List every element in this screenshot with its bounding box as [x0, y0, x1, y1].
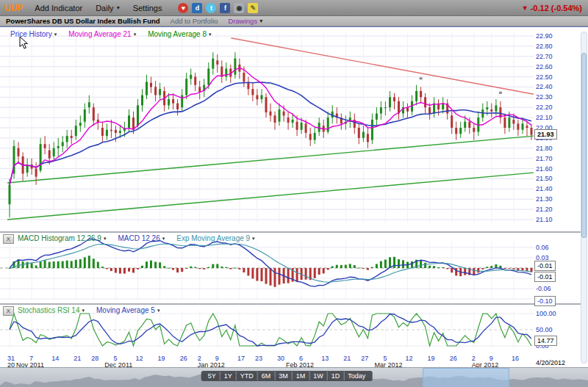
range-1w-button[interactable]: 1W [309, 372, 328, 380]
heart-icon[interactable]: ♥ [178, 3, 188, 13]
chart-area: Price History ▾ Moving Average 21 ▾ Movi… [0, 26, 588, 367]
price-pane-legend: Price History ▾ Moving Average 21 ▾ Movi… [10, 30, 212, 38]
week-tick-label: 30 [277, 355, 284, 362]
moving-average-8-legend[interactable]: Moving Average 8 ▾ [148, 30, 211, 38]
macd-axis-label: -0.06 [536, 285, 551, 292]
settings-button[interactable]: Settings [133, 4, 162, 12]
chevron-down-icon: ▾ [252, 236, 255, 242]
twitter-icon[interactable]: t [206, 3, 216, 13]
price-axis-label: 21.20 [536, 206, 553, 213]
week-tick-label: 14 [51, 355, 59, 362]
week-tick-label: 26 [450, 355, 457, 362]
sub-toolbar: PowerShares DB US Dollar Index Bullish F… [0, 16, 588, 26]
legend-label: MACD Histogram 12 26 9 [18, 234, 101, 242]
week-tick-label: 17 [237, 355, 245, 362]
macd-legend[interactable]: MACD 12 26 ▾ [118, 234, 165, 242]
timeline-navigator[interactable]: 5Y 1Y YTD 6M 3M 1M 1W 1D Today [0, 367, 588, 387]
top-toolbar: UUP Add Indicator Daily ▾ Settings ♥ d t… [0, 0, 588, 16]
exp-moving-average-legend[interactable]: Exp Moving Average 9 ▾ [176, 234, 254, 242]
legend-label: Stochastics RSI 14 [18, 306, 79, 314]
price-axis-label: 21.70 [536, 155, 553, 162]
range-5y-button[interactable]: 5Y [204, 372, 220, 380]
macd-pane-legend: MACD Histogram 12 26 9 ▾ MACD 12 26 ▾ Ex… [18, 234, 255, 242]
range-3m-button[interactable]: 3M [275, 372, 293, 380]
legend-label: Exp Moving Average 9 [176, 234, 250, 242]
chevron-down-icon: ▾ [134, 32, 137, 37]
price-axis-label: 22.20 [536, 104, 553, 111]
moving-average-21-legend[interactable]: Moving Average 21 ▾ [68, 30, 136, 38]
macd-chart-canvas[interactable] [0, 233, 537, 303]
navigator-selection[interactable] [423, 368, 509, 387]
close-macd-pane-button[interactable]: X [3, 234, 14, 244]
legend-label: Moving Average 5 [96, 306, 155, 314]
price-axis-label: 22.70 [536, 53, 553, 60]
chevron-down-icon: ▾ [54, 32, 57, 37]
fund-name-label: PowerShares DB US Dollar Index Bullish F… [6, 17, 160, 25]
chevron-down-icon: ▾ [82, 308, 85, 314]
price-axis-label: 22.80 [536, 43, 553, 50]
chevron-down-icon: ▾ [259, 18, 262, 24]
price-axis-label: 22.40 [536, 83, 553, 90]
price-axis-label: 21.10 [536, 216, 553, 223]
range-buttons: 5Y 1Y YTD 6M 3M 1M 1W 1D Today [201, 371, 373, 381]
week-tick-label: 12 [135, 355, 143, 362]
range-1m-button[interactable]: 1M [293, 372, 310, 380]
range-1d-button[interactable]: 1D [328, 372, 345, 380]
x-axis: 3171421285121926291723306132127512192629… [0, 353, 588, 368]
week-tick-label: 12 [406, 355, 413, 362]
stoch-axis-label: 50.00 [536, 326, 553, 333]
price-change-label: -0.12 (-0.54%) [531, 4, 582, 12]
price-axis-label: 21.30 [536, 195, 553, 203]
price-chart-canvas[interactable] [0, 27, 537, 231]
price-axis-label: 21.60 [536, 165, 553, 173]
period-dropdown[interactable]: Daily ▾ [96, 4, 119, 12]
range-1y-button[interactable]: 1Y [220, 372, 237, 380]
chevron-down-icon: ▾ [162, 236, 165, 242]
week-tick-label: 21 [343, 355, 351, 362]
price-axis-label: 22.30 [536, 93, 553, 101]
last-price-badge: 21.93 [534, 129, 557, 140]
stochastics-pane-legend: Stochastics RSI 14 ▾ Moving Average 5 ▾ [18, 306, 159, 314]
week-tick-label: 28 [91, 355, 98, 362]
digg-icon[interactable]: d [192, 3, 202, 13]
range-ytd-button[interactable]: YTD [237, 372, 258, 380]
facebook-icon[interactable]: f [220, 3, 230, 13]
mouse-cursor-icon [19, 36, 29, 50]
macd-ema-badge: -0.10 [534, 296, 556, 306]
price-history-legend[interactable]: Price History ▾ [10, 30, 57, 38]
macd-histogram-legend[interactable]: MACD Histogram 12 26 9 ▾ [18, 234, 106, 242]
close-stochastics-pane-button[interactable]: X [3, 306, 14, 316]
week-tick-label: 13 [321, 355, 329, 362]
week-tick-label: 27 [361, 355, 368, 362]
add-to-portfolio-link[interactable]: Add to Portfolio [171, 17, 218, 25]
range-6m-button[interactable]: 6M [258, 372, 276, 380]
vertical-scrollbar[interactable] [581, 32, 587, 364]
vertical-scrollbar-thumb[interactable] [581, 53, 587, 238]
stochastics-rsi-legend[interactable]: Stochastics RSI 14 ▾ [18, 306, 85, 314]
period-label: Daily [96, 4, 113, 12]
price-axis-label: 21.50 [536, 175, 553, 182]
chevron-down-icon: ▾ [117, 4, 120, 11]
legend-label: Moving Average 21 [68, 30, 131, 38]
close-icon: X [7, 308, 10, 314]
range-today-button[interactable]: Today [344, 372, 369, 380]
chevron-down-icon: ▾ [104, 236, 107, 242]
price-axis-label: 21.80 [536, 145, 553, 152]
macd-value-badge: -0.01 [534, 272, 556, 282]
last-date-label: 4/20/2012 [536, 359, 565, 366]
symbol-ticker[interactable]: UUP [4, 3, 23, 13]
price-axis-label: 22.90 [536, 32, 553, 40]
stoch-axis-label: 100.00 [536, 310, 556, 317]
macd-histogram-badge: -0.01 [534, 261, 556, 271]
legend-label: Moving Average 8 [148, 30, 207, 38]
camera-icon[interactable]: ◉ [234, 3, 244, 13]
moving-average-5-legend[interactable]: Moving Average 5 ▾ [96, 306, 159, 314]
legend-label: Price History [10, 30, 52, 38]
down-arrow-icon: ▼ [522, 4, 528, 12]
add-indicator-button[interactable]: Add Indicator [35, 4, 82, 12]
stock-chart-app: UUP Add Indicator Daily ▾ Settings ♥ d t… [0, 0, 588, 387]
drawings-menu[interactable]: Drawings ▾ [229, 17, 263, 25]
chevron-down-icon: ▾ [209, 32, 212, 37]
week-tick-label: 26 [180, 355, 187, 362]
note-icon[interactable]: ✎ [248, 3, 258, 13]
